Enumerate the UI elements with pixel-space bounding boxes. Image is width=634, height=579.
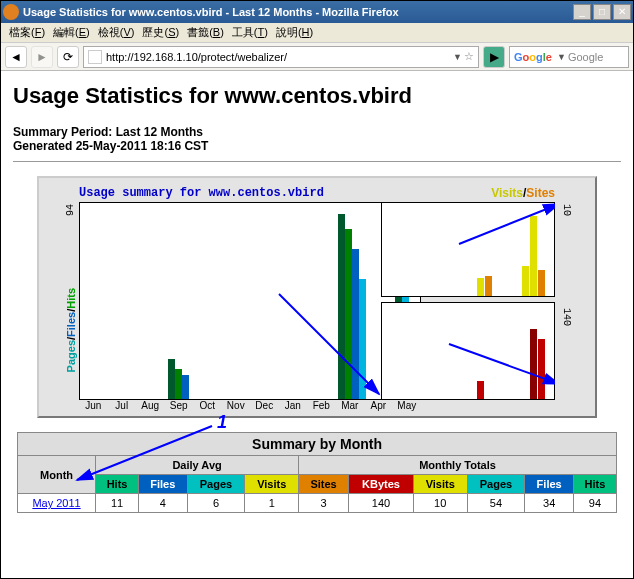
- go-button[interactable]: ▶: [483, 46, 505, 68]
- y-axis-left-tick: 94: [65, 204, 76, 216]
- bar-vs-mar-v: [477, 278, 484, 296]
- th-m-pages: Pages: [467, 475, 525, 494]
- page-icon: [88, 50, 102, 64]
- menu-history[interactable]: 歷史(S): [138, 25, 183, 40]
- bar-mar-pages: [338, 214, 345, 399]
- th-d-hits: Hits: [96, 475, 139, 494]
- chart-legend-left: Pages/Files/Hits: [65, 288, 77, 372]
- th-m-kbytes: KBytes: [349, 475, 414, 494]
- url-bar[interactable]: http://192.168.1.10/protect/webalizer/ ▼…: [83, 46, 479, 68]
- google-icon: Google: [514, 51, 552, 63]
- star-icon[interactable]: ☆: [464, 50, 474, 63]
- cell-m-sites: 3: [299, 494, 349, 513]
- menu-file[interactable]: 檔案(F): [5, 25, 49, 40]
- cell-m-pages: 54: [467, 494, 525, 513]
- table-row: May 2011 11 4 6 1 3 140 10 54 34 94: [18, 494, 617, 513]
- search-placeholder: Google: [568, 51, 603, 63]
- cell-m-kbytes: 140: [349, 494, 414, 513]
- generated-date: Generated 25-May-2011 18:16 CST: [13, 139, 621, 153]
- forward-button[interactable]: ►: [31, 46, 53, 68]
- table-caption: Summary by Month: [18, 433, 617, 456]
- th-m-hits: Hits: [573, 475, 616, 494]
- menu-bar: 檔案(F) 編輯(E) 檢視(V) 歷史(S) 書籤(B) 工具(T) 說明(H…: [1, 23, 633, 43]
- usage-chart: Usage summary for www.centos.vbird Visit…: [37, 176, 597, 418]
- cell-d-hits: 11: [96, 494, 139, 513]
- main-plot: [79, 202, 421, 400]
- th-d-visits: Visits: [245, 475, 299, 494]
- bar-mar-hits: [345, 229, 352, 399]
- cell-m-files: 34: [525, 494, 573, 513]
- window-titlebar: Usage Statistics for www.centos.vbird - …: [1, 1, 633, 23]
- y-axis-right-tick-top: 10: [561, 204, 572, 216]
- bar-sep-pages: [168, 359, 175, 399]
- sub-plot-kbytes: [381, 302, 555, 400]
- y-axis-right-tick-bottom: 140: [561, 308, 572, 326]
- window-title: Usage Statistics for www.centos.vbird - …: [23, 6, 573, 18]
- maximize-button[interactable]: □: [593, 4, 611, 20]
- th-month: Month: [18, 456, 96, 494]
- nav-toolbar: ◄ ► ⟳ http://192.168.1.10/protect/webali…: [1, 43, 633, 71]
- bar-mar-extra: [359, 279, 366, 399]
- menu-help[interactable]: 說明(H): [272, 25, 317, 40]
- cell-d-visits: 1: [245, 494, 299, 513]
- th-d-files: Files: [139, 475, 187, 494]
- menu-tools[interactable]: 工具(T): [228, 25, 272, 40]
- menu-bookmarks[interactable]: 書籤(B): [183, 25, 228, 40]
- page-content: Usage Statistics for www.centos.vbird Su…: [1, 71, 633, 578]
- cell-m-hits: 94: [573, 494, 616, 513]
- window-controls: _ □ ✕: [573, 4, 631, 20]
- bar-sep-hits: [175, 369, 182, 399]
- page-title: Usage Statistics for www.centos.vbird: [13, 83, 621, 109]
- cell-d-files: 4: [139, 494, 187, 513]
- menu-edit[interactable]: 編輯(E): [49, 25, 94, 40]
- bar-vs-mar-s: [485, 276, 492, 296]
- reload-button[interactable]: ⟳: [57, 46, 79, 68]
- bar-vs-apr-v: [522, 266, 529, 296]
- th-daily-group: Daily Avg: [96, 456, 299, 475]
- summary-period: Summary Period: Last 12 Months: [13, 125, 621, 139]
- x-axis: Jun Jul Aug Sep Oct Nov Dec Jan Feb Mar …: [79, 400, 555, 414]
- bar-vs-may-v: [530, 216, 537, 296]
- plot-area: Jun Jul Aug Sep Oct Nov Dec Jan Feb Mar …: [79, 184, 555, 414]
- bar-kb-may-b: [538, 339, 545, 399]
- bar-vs-may-s: [538, 270, 545, 296]
- month-link[interactable]: May 2011: [18, 494, 96, 513]
- annotation-1: 1: [217, 412, 227, 433]
- sub-plot-visits-sites: [381, 202, 555, 297]
- summary-table: Summary by Month Month Daily Avg Monthly…: [17, 432, 617, 513]
- close-button[interactable]: ✕: [613, 4, 631, 20]
- search-box[interactable]: Google ▼ Google: [509, 46, 629, 68]
- back-button[interactable]: ◄: [5, 46, 27, 68]
- th-m-sites: Sites: [299, 475, 349, 494]
- menu-view[interactable]: 檢視(V): [94, 25, 139, 40]
- url-dropdown-icon[interactable]: ▼: [451, 52, 464, 62]
- minimize-button[interactable]: _: [573, 4, 591, 20]
- th-m-files: Files: [525, 475, 573, 494]
- bar-kb-mar: [477, 381, 484, 399]
- th-d-pages: Pages: [187, 475, 245, 494]
- bar-sep-files: [182, 375, 189, 399]
- firefox-icon: [3, 4, 19, 20]
- search-engine-dropdown-icon[interactable]: ▼: [555, 52, 568, 62]
- bar-mar-files: [352, 249, 359, 399]
- th-m-visits: Visits: [413, 475, 467, 494]
- url-text: http://192.168.1.10/protect/webalizer/: [106, 51, 451, 63]
- cell-d-pages: 6: [187, 494, 245, 513]
- bar-kb-may-a: [530, 329, 537, 399]
- th-monthly-group: Monthly Totals: [299, 456, 617, 475]
- cell-m-visits: 10: [413, 494, 467, 513]
- divider: [13, 161, 621, 162]
